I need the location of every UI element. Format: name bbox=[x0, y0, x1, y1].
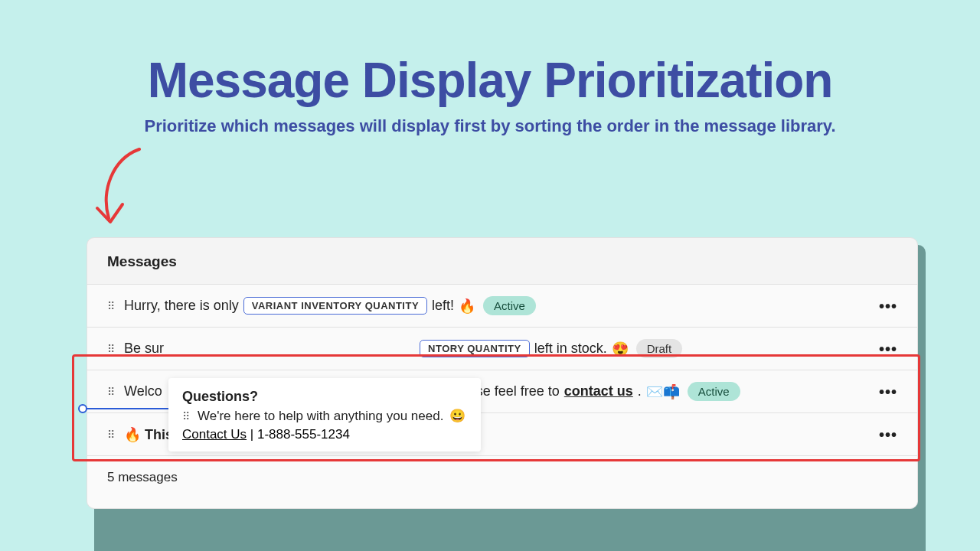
variable-tag: NTORY QUANTITY bbox=[420, 340, 530, 357]
drag-handle-icon[interactable]: ⠿ bbox=[107, 386, 115, 397]
more-actions-button[interactable]: ••• bbox=[879, 297, 897, 315]
contact-us-link[interactable]: Contact Us bbox=[182, 427, 247, 442]
floating-card-body: We're here to help with anything you nee… bbox=[198, 409, 443, 424]
variable-tag: VARIANT INVENTORY QUANTITY bbox=[243, 297, 427, 315]
message-row[interactable]: ⠿ Be sur NTORY QUANTITY left in stock. 😍… bbox=[87, 327, 917, 370]
message-text: Be sur NTORY QUANTITY left in stock. 😍 bbox=[124, 340, 629, 357]
drag-handle-icon[interactable]: ⠿ bbox=[107, 344, 115, 354]
drag-handle-icon[interactable]: ⠿ bbox=[107, 429, 115, 440]
heart-eyes-icon: 😍 bbox=[612, 341, 629, 357]
drag-handle-icon[interactable]: ⠿ bbox=[107, 301, 115, 311]
status-badge: Draft bbox=[636, 339, 683, 358]
status-badge: Active bbox=[483, 296, 536, 315]
panel-title: Messages bbox=[87, 238, 917, 284]
phone-text: | 1-888-555-1234 bbox=[247, 427, 350, 442]
floating-card-title: Questions? bbox=[182, 389, 467, 405]
messages-count: 5 messages bbox=[87, 455, 917, 508]
more-actions-button[interactable]: ••• bbox=[879, 425, 897, 443]
dragging-message-card[interactable]: Questions? ⠿ We're here to help with any… bbox=[168, 378, 481, 452]
message-text: Hurry, there is only VARIANT INVENTORY Q… bbox=[124, 297, 475, 315]
drop-indicator bbox=[83, 408, 172, 409]
page-title: Message Display Prioritization bbox=[0, 52, 980, 109]
drag-handle-icon[interactable]: ⠿ bbox=[182, 411, 190, 422]
smile-icon: 😀 bbox=[449, 408, 466, 424]
mail-icon: ✉️📫 bbox=[646, 383, 680, 400]
contact-us-link[interactable]: contact us bbox=[564, 383, 633, 399]
status-badge: Active bbox=[688, 382, 740, 401]
page-subtitle: Prioritize which messages will display f… bbox=[0, 116, 980, 136]
annotation-arrow bbox=[78, 145, 155, 237]
more-actions-button[interactable]: ••• bbox=[879, 383, 897, 400]
messages-panel: Messages ⠿ Hurry, there is only VARIANT … bbox=[87, 237, 918, 509]
message-row[interactable]: ⠿ Hurry, there is only VARIANT INVENTORY… bbox=[87, 284, 917, 327]
more-actions-button[interactable]: ••• bbox=[879, 340, 897, 357]
fire-icon: 🔥 bbox=[459, 298, 475, 315]
